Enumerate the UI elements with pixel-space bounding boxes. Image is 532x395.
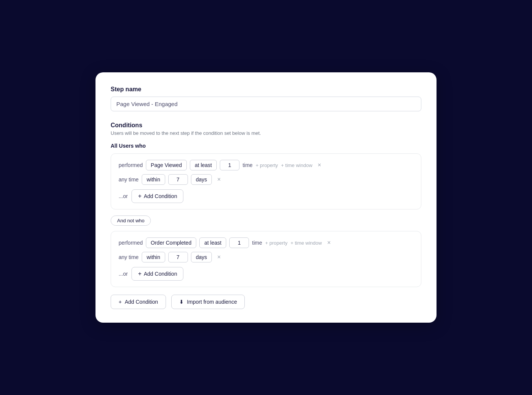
within-value-input-2[interactable]: [168, 252, 188, 262]
conditions-title: Conditions: [111, 122, 421, 129]
within-btn-2[interactable]: within: [142, 252, 165, 262]
frequency-value-input-2[interactable]: [229, 237, 249, 248]
event-btn-2[interactable]: Order Completed: [146, 237, 196, 248]
event-btn-1[interactable]: Page Viewed: [146, 160, 187, 170]
time-window-link-2[interactable]: + time window: [291, 240, 322, 246]
condition-row-1-main: performed Page Viewed at least time + pr…: [119, 160, 413, 170]
any-time-label-2: any time: [119, 254, 139, 260]
remove-condition-btn-1[interactable]: ×: [315, 161, 323, 169]
period-btn-2[interactable]: days: [191, 252, 212, 262]
step-name-label: Step name: [111, 86, 421, 93]
time-label-1: time: [243, 162, 252, 168]
add-condition-label-2: Add Condition: [144, 271, 177, 277]
property-link-1[interactable]: + property: [256, 162, 278, 168]
download-icon: ⬇: [179, 299, 184, 305]
remove-time-btn-1[interactable]: ×: [215, 176, 223, 183]
import-from-audience-btn[interactable]: ⬇ Import from audience: [171, 295, 245, 309]
condition-row-1-time: any time within days ×: [119, 174, 413, 185]
or-label-1: ...or: [119, 193, 128, 199]
property-link-2[interactable]: + property: [265, 240, 288, 246]
bottom-actions: + Add Condition ⬇ Import from audience: [111, 295, 421, 309]
plus-icon-1: +: [138, 193, 141, 200]
within-btn-1[interactable]: within: [142, 174, 165, 185]
or-row-2: ...or + Add Condition: [119, 267, 413, 281]
frequency-op-btn-2[interactable]: at least: [199, 237, 226, 248]
and-not-badge[interactable]: And not who: [111, 215, 151, 226]
remove-time-btn-2[interactable]: ×: [215, 253, 223, 261]
bottom-plus-icon: +: [119, 299, 122, 305]
period-btn-1[interactable]: days: [191, 174, 212, 185]
any-time-label-1: any time: [119, 176, 139, 183]
or-row-1: ...or + Add Condition: [119, 189, 413, 203]
import-label: Import from audience: [187, 299, 237, 305]
add-condition-btn-1[interactable]: + Add Condition: [131, 189, 183, 203]
remove-condition-btn-2[interactable]: ×: [325, 239, 333, 247]
frequency-value-input-1[interactable]: [220, 160, 239, 170]
performed-label-2: performed: [119, 240, 143, 246]
condition-row-2-main: performed Order Completed at least time …: [119, 237, 413, 248]
frequency-op-btn-1[interactable]: at least: [190, 160, 217, 170]
conditions-desc: Users will be moved to the next step if …: [111, 130, 421, 136]
bottom-add-condition-btn[interactable]: + Add Condition: [111, 295, 166, 309]
bottom-add-label: Add Condition: [125, 299, 158, 305]
condition-block-2: performed Order Completed at least time …: [111, 231, 421, 287]
performed-label-1: performed: [119, 162, 143, 168]
time-window-link-1[interactable]: + time window: [281, 162, 313, 168]
add-condition-btn-2[interactable]: + Add Condition: [131, 267, 183, 281]
or-label-2: ...or: [119, 271, 128, 277]
within-value-input-1[interactable]: [168, 174, 188, 185]
time-label-2: time: [252, 240, 262, 246]
plus-icon-2: +: [138, 270, 141, 277]
all-users-label: All Users who: [111, 143, 421, 149]
step-name-input[interactable]: [111, 97, 421, 111]
step-card: Step name Conditions Users will be moved…: [95, 72, 437, 323]
add-condition-label-1: Add Condition: [144, 193, 177, 199]
condition-row-2-time: any time within days ×: [119, 252, 413, 262]
condition-block-1: performed Page Viewed at least time + pr…: [111, 153, 421, 209]
